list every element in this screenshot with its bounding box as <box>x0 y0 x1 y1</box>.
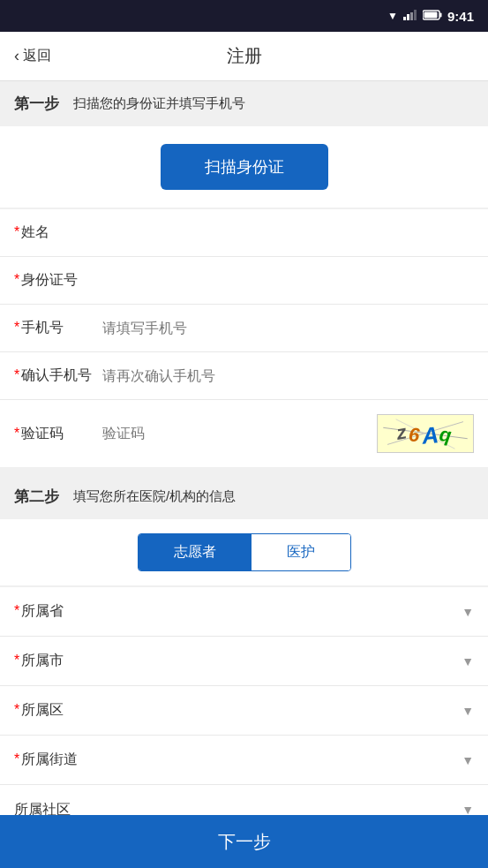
svg-rect-0 <box>403 17 406 20</box>
step1-header: 第一步 扫描您的身份证并填写手机号 <box>0 81 488 126</box>
back-label: 返回 <box>23 47 51 65</box>
role-tab-group: 志愿者 医护 <box>138 533 351 571</box>
step2-label: 第二步 <box>14 487 59 507</box>
province-label: 所属省 <box>14 602 64 621</box>
location-dropdowns: 所属省 ▼ 所属市 ▼ 所属区 ▼ 所属街道 ▼ 所属社区 ▼ <box>0 587 488 815</box>
confirm-phone-label: 确认手机号 <box>14 366 102 385</box>
wifi-icon: ▼ <box>387 10 398 22</box>
page-title: 注册 <box>227 44 262 68</box>
scan-id-button[interactable]: 扫描身份证 <box>161 144 328 190</box>
status-icons: ▼ 9:41 <box>387 9 474 24</box>
confirm-phone-input[interactable] <box>102 368 474 384</box>
community-dropdown-row[interactable]: 所属社区 ▼ <box>0 785 488 815</box>
svg-rect-3 <box>414 10 417 20</box>
back-chevron-icon: ‹ <box>14 47 19 65</box>
volunteer-tab[interactable]: 志愿者 <box>139 534 252 570</box>
district-arrow-icon: ▼ <box>462 704 474 718</box>
captcha-text: z6Aq <box>397 420 453 448</box>
svg-rect-5 <box>439 13 441 18</box>
street-label: 所属街道 <box>14 751 78 769</box>
svg-rect-6 <box>424 12 437 19</box>
city-label: 所属市 <box>14 652 64 670</box>
next-step-button[interactable]: 下一步 <box>0 815 488 868</box>
svg-rect-2 <box>410 12 413 20</box>
back-button[interactable]: ‹ 返回 <box>14 47 51 65</box>
name-input[interactable] <box>102 225 474 241</box>
tab-section: 志愿者 医护 <box>0 519 488 585</box>
nav-bar: ‹ 返回 注册 <box>0 32 488 81</box>
step1-form: 姓名 身份证号 手机号 确认手机号 验证码 <box>0 209 488 467</box>
community-arrow-icon: ▼ <box>462 803 474 815</box>
svg-rect-1 <box>407 14 409 20</box>
province-dropdown-row[interactable]: 所属省 ▼ <box>0 587 488 637</box>
street-arrow-icon: ▼ <box>462 753 474 767</box>
captcha-input[interactable] <box>102 426 377 442</box>
medical-tab[interactable]: 医护 <box>252 534 350 570</box>
idcard-field-row: 身份证号 <box>0 257 488 305</box>
phone-label: 手机号 <box>14 319 102 337</box>
main-content: 第一步 扫描您的身份证并填写手机号 扫描身份证 姓名 身份证号 手机号 确认手机… <box>0 81 488 815</box>
step2-description: 填写您所在医院/机构的信息 <box>73 488 236 505</box>
status-bar: ▼ 9:41 <box>0 0 488 32</box>
captcha-label: 验证码 <box>14 425 102 443</box>
battery-icon <box>423 10 442 22</box>
idcard-label: 身份证号 <box>14 271 102 290</box>
captcha-image[interactable]: z6Aq <box>377 414 474 453</box>
captcha-field-row: 验证码 z6Aq <box>0 400 488 467</box>
idcard-input[interactable] <box>102 273 474 289</box>
community-label: 所属社区 <box>14 801 71 816</box>
province-arrow-icon: ▼ <box>462 605 474 619</box>
phone-input[interactable] <box>102 321 474 336</box>
district-label: 所属区 <box>14 701 64 720</box>
signal-icon <box>403 10 417 23</box>
district-dropdown-row[interactable]: 所属区 ▼ <box>0 686 488 736</box>
phone-field-row: 手机号 <box>0 305 488 352</box>
name-label: 姓名 <box>14 223 102 242</box>
name-field-row: 姓名 <box>0 209 488 257</box>
step2-header: 第二步 填写您所在医院/机构的信息 <box>0 474 488 519</box>
street-dropdown-row[interactable]: 所属街道 ▼ <box>0 736 488 785</box>
next-step-label: 下一步 <box>218 830 271 854</box>
confirm-phone-field-row: 确认手机号 <box>0 352 488 400</box>
status-time: 9:41 <box>447 9 474 24</box>
scan-section: 扫描身份证 <box>0 126 488 208</box>
step1-description: 扫描您的身份证并填写手机号 <box>73 95 245 112</box>
city-dropdown-row[interactable]: 所属市 ▼ <box>0 637 488 686</box>
step1-label: 第一步 <box>14 94 59 114</box>
city-arrow-icon: ▼ <box>462 654 474 668</box>
